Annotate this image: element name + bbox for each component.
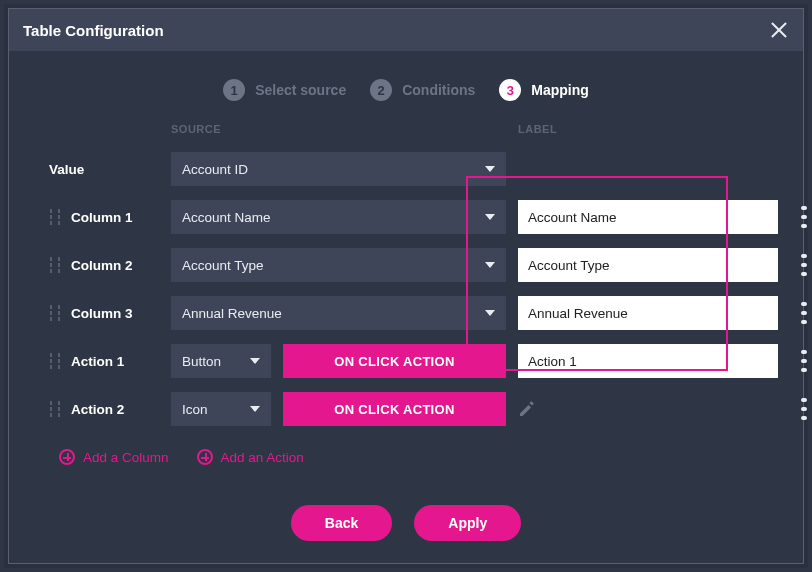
chevron-down-icon [485, 214, 495, 220]
row-menu-icon[interactable] [801, 254, 807, 276]
add-action-link[interactable]: Add an Action [197, 449, 304, 465]
column-label-input[interactable] [518, 200, 778, 234]
step-mapping[interactable]: 3 Mapping [499, 79, 589, 101]
step-label: Select source [255, 82, 346, 98]
row-menu-icon[interactable] [801, 398, 807, 420]
on-click-action-button[interactable]: ON CLICK ACTION [283, 344, 506, 378]
chevron-down-icon [485, 166, 495, 172]
label-header-label: LABEL [518, 123, 778, 135]
drag-handle-icon[interactable] [49, 208, 61, 226]
back-button[interactable]: Back [291, 505, 392, 541]
step-select-source[interactable]: 1 Select source [223, 79, 346, 101]
modal-header: Table Configuration [9, 9, 803, 51]
drag-handle-icon[interactable] [49, 352, 61, 370]
grid-header: SOURCE LABEL [49, 123, 763, 135]
value-source-select[interactable]: Account ID [171, 152, 506, 186]
chevron-down-icon [485, 262, 495, 268]
modal-footer: Back Apply [9, 465, 803, 541]
select-value: Annual Revenue [182, 306, 282, 321]
step-label: Mapping [531, 82, 589, 98]
modal-table-configuration: Table Configuration 1 Select source 2 Co… [8, 8, 804, 564]
row-name: Column 3 [71, 306, 133, 321]
select-value: Account ID [182, 162, 248, 177]
column-label-input[interactable] [518, 248, 778, 282]
select-value: Account Name [182, 210, 271, 225]
row-name: Column 1 [71, 210, 133, 225]
apply-button[interactable]: Apply [414, 505, 521, 541]
chevron-down-icon [485, 310, 495, 316]
step-badge: 1 [223, 79, 245, 101]
drag-handle-icon[interactable] [49, 256, 61, 274]
row-name: Action 2 [71, 402, 124, 417]
chevron-down-icon [250, 406, 260, 412]
add-row: Add a Column Add an Action [59, 433, 763, 465]
step-badge: 2 [370, 79, 392, 101]
on-click-action-button[interactable]: ON CLICK ACTION [283, 392, 506, 426]
column-label-input[interactable] [518, 296, 778, 330]
table-row: Action 1 Button ON CLICK ACTION [49, 337, 763, 385]
plus-circle-icon [197, 449, 213, 465]
add-column-link[interactable]: Add a Column [59, 449, 169, 465]
step-conditions[interactable]: 2 Conditions [370, 79, 475, 101]
step-label: Conditions [402, 82, 475, 98]
row-name: Action 1 [71, 354, 124, 369]
drag-handle-icon[interactable] [49, 400, 61, 418]
source-header-label: SOURCE [171, 123, 506, 135]
chevron-down-icon [250, 358, 260, 364]
column-source-select[interactable]: Account Name [171, 200, 506, 234]
select-value: Account Type [182, 258, 264, 273]
row-menu-icon[interactable] [801, 302, 807, 324]
close-icon[interactable] [769, 20, 789, 40]
value-row: Value Account ID [49, 145, 763, 193]
row-menu-icon[interactable] [801, 206, 807, 228]
action-type-select[interactable]: Icon [171, 392, 271, 426]
column-source-select[interactable]: Account Type [171, 248, 506, 282]
modal-title: Table Configuration [23, 22, 164, 39]
pencil-icon[interactable] [518, 400, 536, 418]
column-source-select[interactable]: Annual Revenue [171, 296, 506, 330]
row-menu-icon[interactable] [801, 350, 807, 372]
stepper: 1 Select source 2 Conditions 3 Mapping [9, 51, 803, 123]
table-row: Column 1 Account Name [49, 193, 763, 241]
add-action-label: Add an Action [221, 450, 304, 465]
add-column-label: Add a Column [83, 450, 169, 465]
table-row: Column 2 Account Type [49, 241, 763, 289]
table-row: Action 2 Icon ON CLICK ACTION [49, 385, 763, 433]
action-label-input[interactable] [518, 344, 778, 378]
select-value: Icon [182, 402, 208, 417]
row-name: Value [49, 162, 84, 177]
step-badge: 3 [499, 79, 521, 101]
table-row: Column 3 Annual Revenue [49, 289, 763, 337]
mapping-grid: SOURCE LABEL Value Account ID Column 1 [9, 123, 803, 465]
drag-handle-icon[interactable] [49, 304, 61, 322]
plus-circle-icon [59, 449, 75, 465]
action-type-select[interactable]: Button [171, 344, 271, 378]
row-name: Column 2 [71, 258, 133, 273]
select-value: Button [182, 354, 221, 369]
